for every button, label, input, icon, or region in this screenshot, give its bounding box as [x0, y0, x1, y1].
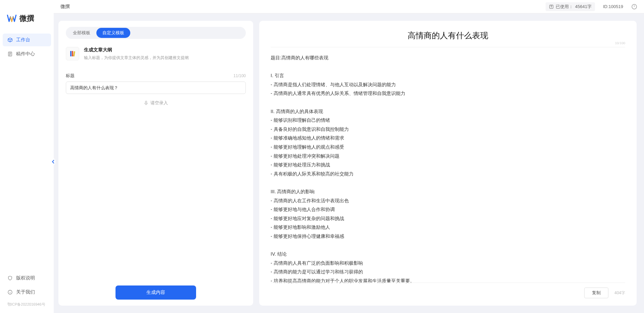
nav-copyright[interactable]: 版权说明	[3, 272, 51, 284]
cube-icon	[7, 37, 13, 43]
word-count: 404字	[614, 290, 625, 296]
logo[interactable]: 微撰	[0, 0, 54, 34]
svg-rect-6	[73, 51, 75, 56]
field-label: 标题	[66, 73, 75, 79]
result-title: 高情商的人有什么表现	[408, 31, 488, 40]
result-footer: 复制 404字	[271, 282, 625, 298]
nav-label: 稿件中心	[16, 51, 35, 57]
tab-custom-templates[interactable]: 自定义模板	[96, 28, 130, 38]
nav-label: 关于我们	[16, 289, 35, 295]
books-icon	[69, 50, 76, 57]
svg-rect-4	[70, 51, 72, 56]
user-id: ID:100519	[603, 4, 623, 9]
template-icon	[66, 47, 79, 60]
collapse-handle-icon[interactable]	[51, 158, 57, 166]
power-icon[interactable]	[631, 4, 637, 10]
field-counter: 11/100	[233, 73, 246, 78]
template-card: 生成文章大纲 输入标题，为你提供文章主体的灵感，并为其创建推文提纲	[66, 45, 246, 67]
copy-button[interactable]: 复制	[584, 288, 608, 298]
result-title-row: 高情商的人有什么表现 10/100	[271, 27, 625, 47]
title-counter: 10/100	[615, 41, 625, 45]
nav-workspace[interactable]: 工作台	[3, 34, 51, 46]
nav-drafts[interactable]: 稿件中心	[3, 48, 51, 60]
document-icon	[7, 51, 13, 57]
shield-icon	[7, 275, 13, 281]
right-panel: 高情商的人有什么表现 10/100 题目:高情商的人有哪些表现 I. 引言 - …	[259, 21, 637, 306]
logo-text: 微撰	[19, 13, 34, 23]
usage-pill[interactable]: 已使用：45641字	[546, 2, 595, 11]
app-title: 微撰	[60, 4, 70, 10]
left-panel: 全部模板 自定义模板 生成文章大纲 输入标题，为你提供文章主体的灵感，并为其创建…	[58, 21, 253, 306]
logo-icon	[7, 14, 17, 23]
svg-rect-5	[72, 51, 73, 56]
template-title: 生成文章大纲	[84, 47, 189, 53]
nav-about[interactable]: 关于我们	[3, 286, 51, 299]
info-icon	[7, 290, 13, 295]
icp-text: 鄂ICP备2022016946号	[3, 300, 51, 309]
nav-label: 版权说明	[16, 275, 35, 281]
tab-all-templates[interactable]: 全部模板	[67, 28, 96, 38]
sidebar: 微撰 工作台 稿件中心 版权说明 关于我们 鄂ICP备2022016946号	[0, 0, 54, 313]
template-tabs: 全部模板 自定义模板	[66, 27, 246, 39]
usage-label: 已使用：	[556, 4, 573, 10]
title-input[interactable]	[66, 82, 246, 94]
topbar: 微撰 已使用：45641字 ID:100519	[54, 0, 644, 13]
voice-input-button[interactable]: 请空录入	[66, 100, 246, 106]
usage-value: 45641字	[575, 4, 592, 10]
nav-label: 工作台	[16, 37, 30, 43]
voice-label: 请空录入	[150, 100, 168, 106]
svg-rect-7	[145, 101, 147, 103]
microphone-icon	[144, 101, 148, 105]
generate-button[interactable]: 生成内容	[116, 285, 196, 300]
template-desc: 输入标题，为你提供文章主体的灵感，并为其创建推文提纲	[84, 55, 189, 61]
result-body: 题目:高情商的人有哪些表现 I. 引言 - 高情商是指人们处理情绪、与他人互动以…	[271, 47, 625, 291]
text-icon	[549, 4, 554, 9]
